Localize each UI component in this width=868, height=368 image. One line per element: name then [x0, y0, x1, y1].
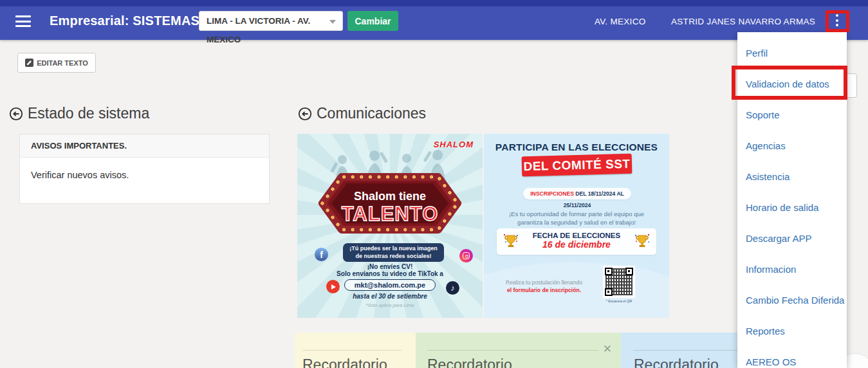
trophy-icon: [503, 233, 519, 250]
reminder-card-yellow: Recordatorio: [295, 333, 416, 368]
agency-label: AV. MEXICO: [595, 17, 646, 26]
elections-ribbon: DEL COMITÉ SST: [522, 154, 633, 176]
marquee-line1: Shalom tiene: [354, 190, 426, 203]
notices-card-header: AVISOS IMPORTANTES.: [20, 134, 269, 158]
reminder-title: Recordatorio: [427, 356, 512, 368]
cta-line1: Realiza tu postulación llenando: [494, 279, 594, 287]
reminder-title: Recordatorio: [634, 356, 719, 368]
edit-pencil-icon: [25, 59, 33, 67]
poster-elecciones-sst: PARTICIPA EN LAS ELECCIONES DEL COMITÉ S…: [484, 134, 669, 318]
no-cv-text: ¡No envíes CV!: [297, 263, 483, 270]
edit-text-button[interactable]: EDITAR TEXTO: [17, 53, 96, 73]
social-image-pill: ¡Tú puedes ser la nueva imagen de nuestr…: [343, 243, 444, 262]
menu-item-horario-de-salida[interactable]: Horario de salida: [737, 192, 847, 223]
menu-item-asistencia[interactable]: Asistencia: [737, 161, 847, 192]
communications-heading: Comunicaciones: [298, 105, 426, 122]
lima-only-note: *Solo aplica para Lima: [297, 302, 483, 308]
menu-item-perfil[interactable]: Perfil: [737, 38, 847, 69]
top-status-strip: [0, 0, 868, 6]
qr-code: [603, 266, 635, 298]
branch-select[interactable]: LIMA - LA VICTORIA - AV. MEXICO: [199, 11, 343, 31]
talent-marquee-sign: Shalom tiene TALENTO: [315, 167, 465, 239]
back-circle-icon: [298, 107, 312, 121]
notices-card-body: Verificar nuevos avisos.: [20, 158, 269, 192]
reminder-title: Recordatorio: [302, 356, 387, 368]
trophy-icon: [634, 233, 651, 250]
change-branch-button[interactable]: Cambiar: [347, 11, 398, 31]
menu-item-informacion[interactable]: Informacion: [737, 254, 847, 285]
shalom-logo: SHALOM: [434, 140, 474, 149]
menu-item-soporte[interactable]: Soporte: [737, 100, 847, 131]
menu-item-reportes[interactable]: Reportes: [737, 316, 847, 347]
system-status-heading: Estado de sistema: [9, 105, 149, 122]
branch-select-value: LIMA - LA VICTORIA - AV. MEXICO: [207, 16, 310, 44]
deadline-text: hasta el 30 de setiembre: [297, 293, 483, 300]
election-date-value: 16 de diciembre: [497, 239, 656, 250]
close-icon[interactable]: ✕: [603, 344, 612, 354]
election-date-banner: FECHA DE ELECCIONES 16 de diciembre: [497, 228, 656, 255]
marquee-line2: TALENTO: [342, 203, 439, 225]
send-video-text: Solo envíanos tu video de TikTok a: [297, 270, 483, 277]
poster-shalom-talento: SHALOM Shalom tiene TALENTO ¡Tú puedes s…: [297, 134, 483, 318]
back-circle-icon: [9, 107, 23, 121]
inscription-label: INSCRIPCIONES: [530, 190, 574, 197]
hamburger-menu-icon[interactable]: [15, 15, 31, 27]
contact-email-pill: mkt@shalom.com.pe: [344, 279, 436, 291]
kebab-menu-icon[interactable]: [833, 14, 841, 30]
qr-caption: * Escanea el QR: [602, 299, 636, 303]
menu-item-validacion-de-datos[interactable]: Validacion de datos: [737, 69, 847, 100]
instagram-icon: [459, 249, 473, 262]
election-date-label: FECHA DE ELECCIONES: [497, 232, 656, 239]
inscription-pill: INSCRIPCIONES DEL 18/11/2024 AL 25/11/20…: [523, 188, 631, 199]
user-name[interactable]: ASTRID JANES NAVARRO ARMAS: [671, 17, 815, 26]
important-notices-card: AVISOS IMPORTANTES. Verificar nuevos avi…: [19, 134, 270, 204]
chevron-down-icon: [329, 20, 336, 24]
facebook-icon: f: [315, 248, 328, 261]
user-dropdown-menu: Perfil Validacion de datos Soporte Agenc…: [737, 32, 847, 368]
app-title: Empresarial: SISTEMAS: [50, 14, 199, 28]
elections-title: PARTICIPA EN LAS ELECCIONES: [484, 142, 669, 153]
elections-body-line1: ¡Es tu oportunidad de formar parte del e…: [484, 210, 669, 219]
menu-item-descargar-app[interactable]: Descargar APP: [737, 223, 847, 254]
cta-line2: el formulario de inscripción.: [494, 287, 594, 295]
menu-item-aereo-os[interactable]: AEREO OS: [737, 347, 847, 368]
menu-item-cambio-fecha-diferida[interactable]: Cambio Fecha Diferida: [737, 285, 847, 316]
elections-body-line2: garantiza la seguridad y salud en el tra…: [484, 219, 669, 227]
menu-item-agencias[interactable]: Agencias: [737, 131, 847, 161]
reminder-card-green: ✕ Recordatorio: [416, 333, 621, 368]
